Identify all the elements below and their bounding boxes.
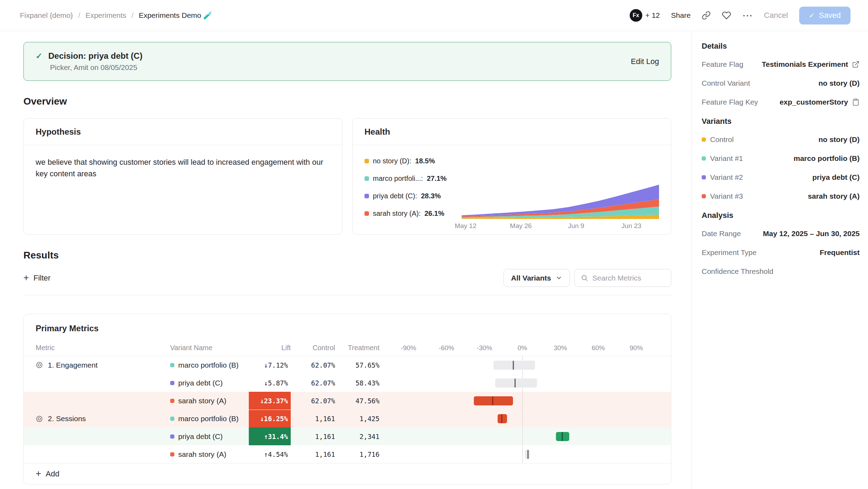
topbar: Fixpanel {demo}/Experiments/Experiments … bbox=[0, 0, 868, 31]
variant-color-dot bbox=[170, 363, 174, 367]
metrics-table-row[interactable]: sarah story (A)↓23.37%62.07%47.56% bbox=[24, 392, 671, 410]
target-icon bbox=[36, 415, 43, 423]
sidebar-row-label: Variant #1 bbox=[702, 154, 743, 163]
column-header-variant: Variant Name bbox=[170, 344, 249, 352]
breadcrumb: Fixpanel {demo}/Experiments/Experiments … bbox=[20, 11, 212, 20]
favorite-button[interactable] bbox=[722, 11, 731, 20]
column-header-control: Control bbox=[291, 344, 335, 352]
sidebar-row-value: May 12, 2025 – Jun 30, 2025 bbox=[763, 229, 860, 238]
variant-cell: priya debt (C) bbox=[170, 427, 249, 445]
sidebar-row-value: Frequentist bbox=[820, 248, 860, 257]
hypothesis-card: Hypothesis we believe that showing custo… bbox=[23, 118, 342, 235]
health-title: Health bbox=[353, 119, 671, 145]
confidence-interval-cell bbox=[392, 356, 659, 374]
sidebar-row: Variant #1marco portfolio (B) bbox=[702, 154, 860, 163]
metrics-table-row[interactable]: priya debt (C)↓5.87%62.07%58.43% bbox=[24, 374, 671, 392]
breadcrumb-item[interactable]: Experiments Demo 🧪 bbox=[139, 11, 212, 20]
lift-tick bbox=[513, 361, 514, 370]
external-link-icon[interactable] bbox=[852, 61, 860, 68]
decision-banner-text: ✓ Decision: priya debt (C) Picker, Amit … bbox=[36, 51, 143, 72]
sidebar-row-label: Date Range bbox=[702, 229, 741, 238]
search-input[interactable] bbox=[592, 274, 665, 282]
collaborators: Fx + 12 bbox=[630, 9, 660, 22]
legend-label: sarah story (A): bbox=[373, 210, 421, 218]
add-metric-button[interactable]: + Add bbox=[24, 463, 671, 484]
legend-label: marco portfoli...: bbox=[373, 175, 423, 183]
edit-log-button[interactable]: Edit Log bbox=[631, 57, 659, 66]
more-menu-button[interactable]: ⋯ bbox=[742, 10, 753, 21]
health-body: no story (D):18.5%marco portfoli...:27.1… bbox=[353, 145, 671, 234]
metric-name: 1. Engagement bbox=[48, 361, 97, 369]
axis-tick-label: -30% bbox=[477, 344, 492, 352]
variant-color-dot bbox=[170, 381, 174, 385]
legend-value: 28.3% bbox=[421, 192, 441, 200]
sidebar-label-text: Confidence Threshold bbox=[702, 267, 773, 276]
confidence-interval-cell bbox=[392, 392, 659, 410]
axis-tick-label: 30% bbox=[554, 344, 567, 352]
share-button[interactable]: Share bbox=[671, 11, 690, 20]
target-icon bbox=[36, 361, 43, 369]
sidebar-label-text: Variant #2 bbox=[710, 173, 743, 182]
metrics-table-row[interactable]: 2. Sessionsmarco portfolio (B)↓16.25%1,1… bbox=[24, 410, 671, 427]
add-filter-button[interactable]: + Filter bbox=[23, 273, 51, 283]
x-axis-tick-label: May 12 bbox=[455, 222, 476, 230]
metric-cell: 1. Engagement bbox=[36, 356, 170, 374]
zero-axis-line bbox=[522, 445, 523, 463]
variant-color-dot bbox=[364, 211, 369, 216]
confidence-interval-bar bbox=[493, 361, 535, 370]
treatment-value: 1,425 bbox=[335, 410, 379, 427]
health-legend-item: no story (D):18.5% bbox=[364, 157, 453, 165]
stacked-area-chart bbox=[462, 183, 659, 219]
sidebar-row-label: Variant #2 bbox=[702, 173, 743, 182]
check-icon: ✓ bbox=[809, 11, 815, 20]
chevron-down-icon bbox=[556, 275, 562, 281]
metric-cell bbox=[36, 427, 170, 445]
sidebar-label-text: Feature Flag bbox=[702, 60, 743, 69]
variants-filter-dropdown[interactable]: All Variants bbox=[504, 269, 570, 287]
variant-color-dot bbox=[702, 175, 706, 179]
clipboard-icon[interactable] bbox=[852, 98, 860, 106]
metrics-table-row[interactable]: sarah story (A)↑4.54%1,1611,716 bbox=[24, 445, 671, 463]
variants-section: Variants Controlno story (D)Variant #1ma… bbox=[702, 117, 860, 200]
variants-heading: Variants bbox=[702, 117, 860, 126]
metrics-search bbox=[574, 269, 671, 287]
variant-color-dot bbox=[170, 417, 174, 421]
sidebar-value-text: May 12, 2025 – Jun 30, 2025 bbox=[763, 229, 860, 238]
breadcrumb-item[interactable]: Fixpanel {demo} bbox=[20, 11, 73, 20]
metrics-table-row[interactable]: priya debt (C)↑31.4%1,1612,341 bbox=[24, 427, 671, 445]
analysis-section: Analysis Date RangeMay 12, 2025 – Jun 30… bbox=[702, 211, 860, 276]
cancel-button[interactable]: Cancel bbox=[764, 11, 788, 20]
breadcrumb-separator: / bbox=[78, 11, 80, 20]
hypothesis-body: we believe that showing customer stories… bbox=[24, 145, 342, 191]
lift-axis-header: -90%-60%-30%0%30%60%90% bbox=[392, 340, 659, 356]
zero-axis-line bbox=[522, 410, 523, 427]
avatar[interactable]: Fx bbox=[630, 9, 642, 22]
lift-value: ↑31.4% bbox=[249, 427, 291, 445]
confidence-interval-cell bbox=[392, 410, 659, 427]
axis-tick-label: -60% bbox=[439, 344, 454, 352]
sidebar-row-label: Control bbox=[702, 135, 734, 144]
confidence-interval-bar bbox=[495, 378, 537, 388]
sidebar-value-text: no story (D) bbox=[818, 79, 860, 87]
legend-label: no story (D): bbox=[373, 157, 411, 165]
sidebar-value-text: marco portfolio (B) bbox=[794, 154, 860, 163]
sidebar-row: Control Variantno story (D) bbox=[702, 79, 860, 87]
link-icon bbox=[702, 11, 711, 20]
sidebar-row: Feature FlagTestimonials Experiment bbox=[702, 60, 860, 69]
confidence-interval-cell bbox=[392, 445, 659, 463]
column-header-metric: Metric bbox=[36, 344, 170, 352]
variant-name: sarah story (A) bbox=[178, 397, 226, 405]
copy-link-button[interactable] bbox=[702, 11, 711, 20]
treatment-value: 58.43% bbox=[335, 374, 379, 392]
lift-tick bbox=[562, 432, 563, 441]
sidebar-row-label: Confidence Threshold bbox=[702, 267, 773, 276]
sidebar-row: Variant #3sarah story (A) bbox=[702, 192, 860, 200]
results-heading: Results bbox=[23, 249, 671, 261]
sidebar-row: Controlno story (D) bbox=[702, 135, 860, 144]
breadcrumb-item[interactable]: Experiments bbox=[86, 11, 126, 20]
saved-button[interactable]: ✓ Saved bbox=[799, 7, 851, 24]
sidebar-label-text: Control bbox=[710, 135, 734, 144]
variant-name: marco portfolio (B) bbox=[178, 361, 239, 369]
variant-name: marco portfolio (B) bbox=[178, 414, 239, 423]
metrics-table-row[interactable]: 1. Engagementmarco portfolio (B)↓7.12%62… bbox=[24, 356, 671, 374]
